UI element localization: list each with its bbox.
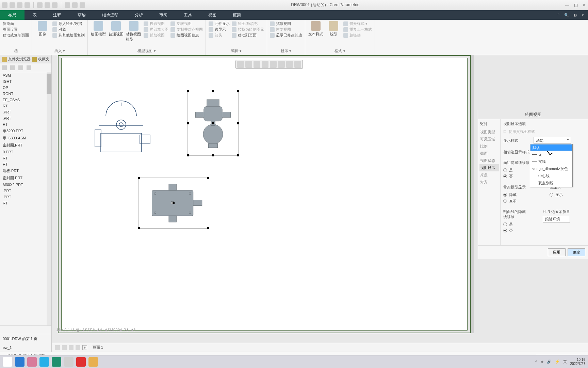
view-settings-icon[interactable] bbox=[294, 61, 301, 68]
use-parent-style-checkbox[interactable]: ☐使用父视图样式 bbox=[503, 129, 585, 134]
tree-tool-2-icon[interactable] bbox=[10, 65, 15, 70]
section-hlr-yes[interactable]: 是 bbox=[503, 222, 529, 227]
copy-from-drawing-button[interactable]: 从其他绘图复制 bbox=[52, 33, 85, 38]
copy-align-button[interactable]: 复制并对齐视图 bbox=[170, 27, 203, 32]
tree-item[interactable]: .PRT bbox=[0, 188, 51, 194]
collapse-ribbon-icon[interactable]: ^ bbox=[558, 13, 559, 17]
app5-icon[interactable] bbox=[64, 357, 74, 367]
group-label-edit[interactable]: 编辑 ▾ bbox=[209, 48, 264, 53]
comp-display-button[interactable]: 元件显示 bbox=[209, 21, 230, 26]
minimize-icon[interactable]: — bbox=[565, 3, 569, 7]
tree-item[interactable]: RT bbox=[0, 161, 51, 167]
tab-sketch[interactable]: 草绘 bbox=[69, 10, 94, 20]
category-item[interactable]: 截面 bbox=[479, 150, 499, 157]
close-icon[interactable] bbox=[65, 2, 70, 8]
line-style-button[interactable]: 线型 bbox=[326, 21, 341, 48]
convert-draft-button[interactable]: 转换为绘制图元 bbox=[232, 27, 264, 32]
theme-icon[interactable]: ◐ bbox=[574, 13, 577, 17]
group-label-modelview[interactable]: 模型视图 ▾ bbox=[91, 48, 203, 53]
tab-table[interactable]: 表 bbox=[24, 10, 45, 20]
drw-view-label[interactable]: ew_1 bbox=[0, 343, 51, 352]
aux-view-button[interactable]: 辅助视图 bbox=[144, 33, 168, 38]
tree-item[interactable]: .PRT bbox=[0, 115, 51, 121]
tree-item[interactable]: RT bbox=[0, 200, 51, 206]
taskbar-clock[interactable]: 10:16 2022/7/27 bbox=[570, 358, 586, 366]
app3-icon[interactable] bbox=[39, 357, 49, 367]
drawing-view-right[interactable] bbox=[187, 91, 239, 156]
apply-button[interactable]: 应用 bbox=[548, 248, 566, 256]
line-fill-button[interactable]: 绘图线/填充 bbox=[232, 21, 264, 26]
hlr-quality-select[interactable]: 跟随环境 bbox=[543, 216, 570, 223]
category-item[interactable]: 对齐 bbox=[479, 179, 499, 186]
misc-icon[interactable] bbox=[80, 2, 85, 8]
drawing-view-front[interactable] bbox=[89, 92, 153, 157]
page-prev-icon[interactable] bbox=[62, 345, 67, 350]
tray-sound-icon[interactable]: 🔊 bbox=[547, 359, 552, 364]
page-first-icon[interactable] bbox=[55, 345, 60, 350]
import-button[interactable]: 导入绘图/数据 bbox=[52, 21, 85, 26]
tree-item[interactable]: 承_6309.ASM bbox=[0, 135, 51, 142]
tree-scrollbar[interactable] bbox=[47, 72, 51, 325]
page-setup-button[interactable]: 页面设置 bbox=[3, 27, 29, 32]
group-label-insert[interactable]: 插入 ▾ bbox=[35, 48, 85, 53]
repeat-format-button[interactable]: 重复上一格式 bbox=[343, 27, 372, 32]
tree-tool-3-icon[interactable] bbox=[18, 65, 23, 70]
tree-item[interactable]: 密封圈.PRT bbox=[0, 142, 51, 149]
drw-sheet-label[interactable]: 0001.DRW 的第 1 页 bbox=[0, 334, 51, 343]
object-button[interactable]: 对象 bbox=[52, 27, 85, 32]
projection-view-button[interactable]: 投影视图 bbox=[144, 21, 168, 26]
view-info-button[interactable]: 绘图视图信息 bbox=[170, 33, 203, 38]
undo-icon[interactable] bbox=[17, 2, 22, 8]
ok-button[interactable]: 确定 bbox=[568, 248, 585, 256]
display-style-select[interactable]: 消隐 bbox=[534, 137, 571, 144]
search-ribbon-icon[interactable]: 🔍 bbox=[564, 13, 569, 17]
erase-view-button[interactable]: 拭除视图 bbox=[270, 21, 302, 26]
folder-browser-header[interactable]: 文件夹浏览器 收藏夹 bbox=[0, 55, 51, 63]
redo-icon[interactable] bbox=[24, 2, 30, 8]
general-view-button[interactable]: 普通视图 bbox=[108, 21, 124, 48]
tree-item[interactable]: RT bbox=[0, 155, 51, 161]
tree-item[interactable]: M30X2.PRT bbox=[0, 182, 51, 188]
category-item[interactable]: 比例 bbox=[479, 143, 499, 150]
category-item[interactable]: 视图状态 bbox=[479, 157, 499, 164]
zoom-fit-icon[interactable] bbox=[237, 61, 244, 68]
rotate-view-button[interactable]: 旋转视图 bbox=[170, 21, 203, 26]
show-mod-edges-button[interactable]: 显示已修改的边 bbox=[270, 33, 302, 38]
explorer-icon[interactable] bbox=[88, 357, 98, 367]
tree-item[interactable]: 0.PRT bbox=[0, 149, 51, 155]
tree-item[interactable]: 端板.PRT bbox=[0, 167, 51, 174]
text-style-button[interactable]: 文本样式 bbox=[308, 21, 324, 48]
tree-item[interactable]: .PRT bbox=[0, 109, 51, 115]
tree-tool-4-icon[interactable] bbox=[27, 65, 31, 70]
tree-item[interactable]: RT bbox=[0, 103, 51, 109]
drawing-sheet[interactable] bbox=[61, 58, 468, 331]
tree-item[interactable]: EF_CSYS bbox=[0, 97, 51, 103]
tray-power-icon[interactable]: ⚡ bbox=[555, 359, 560, 364]
skeleton-show[interactable]: 显示 bbox=[503, 198, 526, 203]
dropdown-item-default[interactable]: 默认 bbox=[530, 144, 572, 151]
category-item[interactable]: 可见区域 bbox=[479, 136, 499, 143]
arrow-button[interactable]: 箭头 bbox=[209, 33, 230, 38]
tab-frame[interactable]: 框架 bbox=[225, 10, 249, 20]
new-page-button[interactable]: 新页面 bbox=[3, 21, 29, 26]
tray-net-icon[interactable]: ◈ bbox=[541, 359, 543, 364]
tray-chevron-icon[interactable]: ^ bbox=[535, 360, 537, 364]
tree-item[interactable]: RT bbox=[0, 121, 51, 127]
regen-icon[interactable] bbox=[45, 2, 50, 8]
tree-tool-1-icon[interactable] bbox=[2, 65, 7, 70]
tree-item[interactable]: 密封圈.PRT bbox=[0, 174, 51, 182]
tree-item[interactable]: OP bbox=[0, 85, 51, 91]
close-window-icon[interactable]: ✕ bbox=[583, 3, 586, 7]
group-label-format[interactable]: 格式 ▾ bbox=[308, 48, 372, 53]
zoom-in-icon[interactable] bbox=[245, 61, 252, 68]
tree-item[interactable]: .PRT bbox=[0, 194, 51, 200]
group-label-show[interactable]: 显示 ▾ bbox=[270, 48, 302, 53]
model-tree[interactable]: ASMIGHTOPRONTEF_CSYSRT.PRT.PRTRT承3209.PR… bbox=[0, 72, 51, 325]
tree-item[interactable]: RONT bbox=[0, 91, 51, 97]
app4-icon[interactable] bbox=[52, 357, 61, 367]
start-icon[interactable] bbox=[3, 357, 12, 367]
tab-review[interactable]: 审阅 bbox=[151, 10, 176, 20]
dropdown-item-none[interactable]: 无 bbox=[530, 151, 572, 158]
favorites-label[interactable]: 收藏夹 bbox=[38, 57, 49, 62]
drawing-view-top[interactable] bbox=[138, 178, 208, 229]
